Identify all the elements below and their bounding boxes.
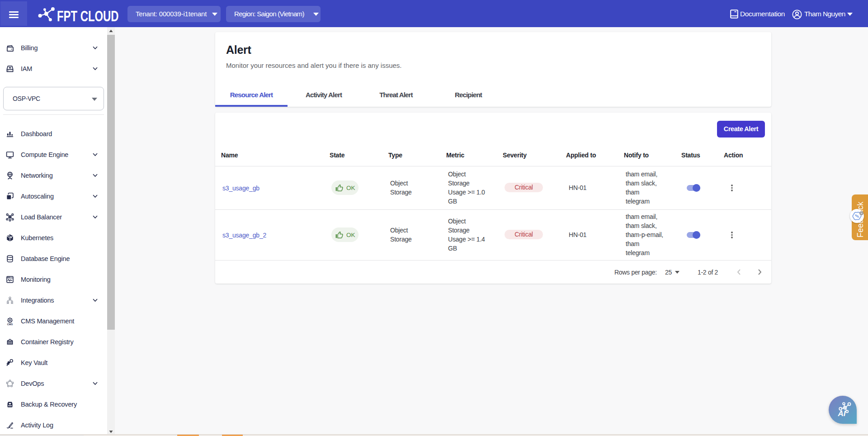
- svg-text:CMS: CMS: [7, 323, 13, 326]
- svg-text:AI: AI: [838, 409, 846, 418]
